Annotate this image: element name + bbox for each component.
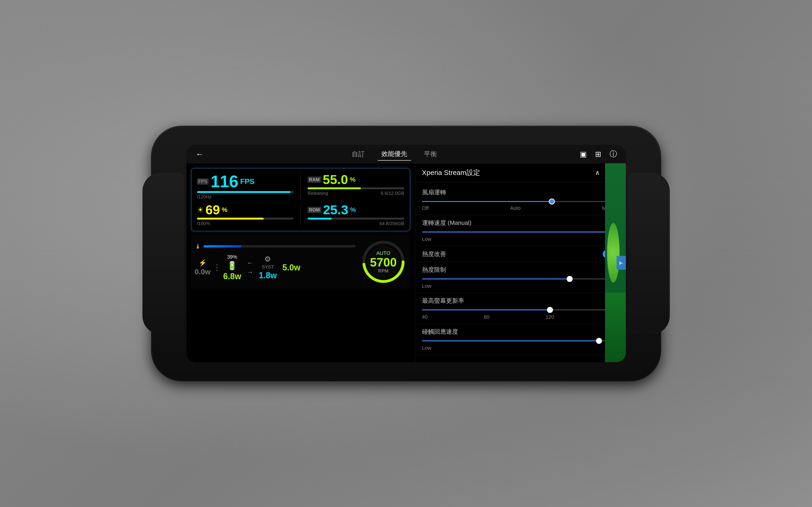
- brightness-max: /100%: [197, 221, 294, 226]
- arrow-to-icon: ←: [247, 259, 253, 267]
- ram-detail: 6.6/12.0GB: [381, 191, 404, 196]
- syst-label: SYST: [262, 264, 274, 270]
- back-button[interactable]: ←: [193, 147, 206, 161]
- temp-limit-thumb[interactable]: [567, 276, 573, 282]
- ram-sub: Releasing: [308, 191, 328, 196]
- temp-icon: 🌡: [195, 243, 201, 250]
- stream-title: Xperia Stream設定: [422, 168, 595, 177]
- fps-value: 116: [210, 173, 238, 190]
- rom-detail: 64.8/256GB: [308, 221, 404, 226]
- rpm-auto-label: AUTO: [376, 250, 390, 256]
- temp-bar-inner: [204, 245, 242, 247]
- rom-block: ROM 25.3 % 64.8/256GB: [308, 203, 404, 226]
- temp-limit-label: 熱度限制: [422, 266, 619, 274]
- ram-info-row: Releasing 6.6/12.0GB: [308, 191, 404, 196]
- temp-limit-fill: [422, 278, 570, 279]
- ram-block: RAM 55.0 % Releasing 6.6/12.0GB: [308, 173, 404, 200]
- arrows-block: ← →: [247, 259, 253, 276]
- fan-slider-container: [422, 199, 619, 204]
- power-values-row: ⚡ 0.0w: [195, 254, 356, 281]
- rpm-value: 5700: [370, 256, 397, 268]
- haptic-labels: Low High: [422, 345, 619, 351]
- dot-sep: [216, 264, 218, 271]
- brightness-bar-fill: [197, 218, 264, 220]
- temp-limit-track: [422, 278, 619, 279]
- speed-track-fill: [422, 232, 609, 232]
- fan-thumb[interactable]: [549, 199, 555, 205]
- haptic-track: [422, 340, 619, 341]
- refresh-labels: 40 60 120 240: [422, 314, 619, 320]
- fps-max: /120Hz: [197, 194, 294, 200]
- grip-right: [628, 173, 670, 334]
- rom-bar-fill: [308, 218, 332, 220]
- tab-custom[interactable]: 自訂: [348, 148, 368, 160]
- screen-icon[interactable]: ▣: [578, 148, 589, 160]
- rom-label: ROM: [308, 207, 321, 213]
- tab-performance[interactable]: 效能優先: [378, 148, 411, 161]
- rom-unit: %: [350, 206, 356, 214]
- stream-chevron[interactable]: ∧: [595, 169, 600, 177]
- refresh-track: [422, 309, 619, 311]
- speed-item: 運轉速度 (Manual) Low High: [415, 215, 626, 246]
- refresh-120: 120: [546, 314, 554, 320]
- fan-opt-off: Off: [422, 205, 429, 211]
- info-icon[interactable]: ⓘ: [608, 147, 619, 161]
- rpm-label: RPM: [378, 268, 388, 274]
- syst-block: ⚙ SYST 1.8w: [259, 255, 277, 280]
- preview-circle: [607, 223, 620, 283]
- haptic-thumb[interactable]: [596, 338, 602, 344]
- syst-output-value: 5.0w: [283, 263, 300, 273]
- brightness-block: ☀ 69 % /100%: [197, 203, 294, 226]
- temp-improve-item: 熱度改善: [415, 246, 626, 262]
- stats-row-top: FPS 116 FPS /120Hz: [197, 173, 404, 200]
- ram-bar: [308, 187, 404, 189]
- stats-row-bottom: ☀ 69 % /100%: [197, 203, 404, 226]
- nav-icons: ▣ ⊞ ⓘ: [578, 147, 619, 161]
- speed-track: [422, 232, 619, 232]
- play-icon: ▶: [619, 260, 623, 266]
- battery-block: 39% 🔋 6.8w: [223, 254, 241, 281]
- refresh-item: 最高螢幕更新率 40 60 120 2: [415, 293, 626, 324]
- stats-divider-2: [300, 203, 301, 226]
- refresh-thumb[interactable]: [547, 307, 553, 313]
- ram-unit: %: [350, 176, 356, 183]
- battery-pct: 39%: [227, 254, 237, 260]
- ram-bar-fill: [308, 187, 361, 189]
- stats-spacer: [197, 200, 404, 203]
- syst-value: 1.8w: [259, 271, 277, 280]
- play-button[interactable]: ▶: [617, 256, 626, 270]
- rom-bar: [308, 218, 404, 220]
- haptic-item: 碰觸回應速度 Low High: [415, 324, 626, 355]
- temp-improve-label: 熱度改善: [422, 250, 446, 258]
- temp-bar-row: 🌡: [195, 243, 356, 250]
- speed-slider-container: [422, 230, 619, 234]
- temp-bar-outer: [204, 245, 356, 247]
- temp-improve-row: 熱度改善: [422, 250, 619, 258]
- ram-value: 55.0: [323, 173, 348, 186]
- plug-block: ⚡ 0.0w: [195, 259, 211, 276]
- plug-value: 0.0w: [195, 268, 211, 276]
- rom-value: 25.3: [323, 203, 348, 216]
- power-left-col: 🌡 ⚡ 0.0w: [195, 243, 356, 281]
- right-side-preview: ▶: [605, 163, 626, 362]
- tab-balanced[interactable]: 平衡: [420, 148, 441, 160]
- temp-limit-labels: Low High: [422, 283, 619, 289]
- nav-bar: ← 自訂 效能優先 平衡 ▣ ⊞ ⓘ: [187, 145, 626, 163]
- fps-label: FPS: [197, 178, 209, 185]
- haptic-low-label: Low: [422, 345, 431, 351]
- expand-icon[interactable]: ⊞: [593, 148, 603, 160]
- fps-bar: [197, 191, 294, 193]
- stream-header: Xperia Stream設定 ∧ ⚙: [415, 163, 626, 182]
- refresh-40: 40: [422, 314, 427, 320]
- refresh-label: 最高螢幕更新率: [422, 297, 619, 305]
- left-panel: FPS 116 FPS /120Hz: [187, 163, 415, 362]
- right-panel: Xperia Stream設定 ∧ ⚙ 風扇運轉: [415, 163, 626, 362]
- syst-output-block: 5.0w: [283, 263, 300, 273]
- haptic-slider-container: [422, 339, 619, 343]
- speed-low-label: Low: [422, 236, 431, 242]
- power-section: 🌡 ⚡ 0.0w: [191, 235, 410, 289]
- fan-track: [422, 201, 619, 202]
- screen: ← 自訂 效能優先 平衡 ▣ ⊞ ⓘ: [187, 145, 626, 362]
- arrow-from-icon: →: [247, 269, 253, 276]
- fan-track-fill: [422, 201, 552, 202]
